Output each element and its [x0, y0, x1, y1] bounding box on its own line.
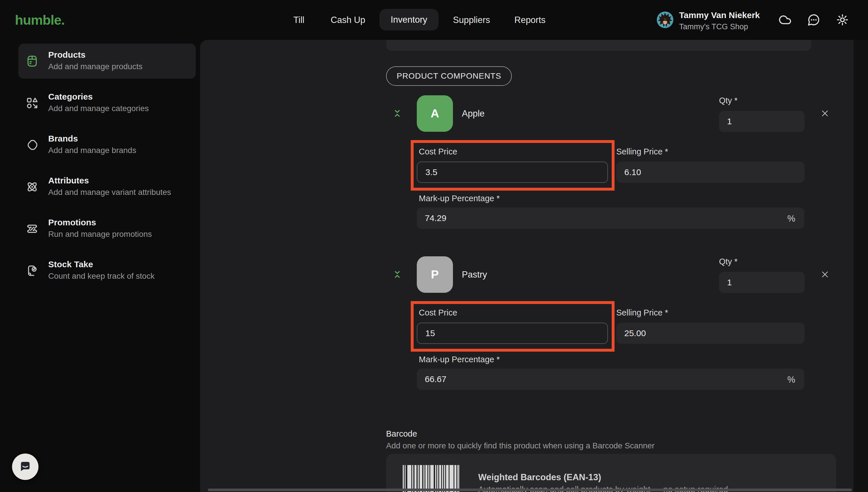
selling-price-label: Selling Price * — [616, 308, 668, 318]
percent-suffix: % — [787, 375, 795, 385]
nav-item-till[interactable]: Till — [293, 0, 304, 40]
sidebar-item-subtitle: Add and manage categories — [48, 104, 149, 113]
user-shop-name: Tammy's TCG Shop — [679, 22, 748, 31]
user-name: Tammy Van Niekerk — [679, 10, 760, 20]
sidebar-item-categories[interactable]: Categories Add and manage categories — [18, 85, 196, 121]
discount-ticket-icon — [26, 222, 39, 236]
sidebar-item-title: Promotions — [48, 218, 96, 227]
markup-percentage-label: Mark-up Percentage * — [419, 194, 500, 203]
barcode-section-label: Barcode — [386, 429, 417, 439]
cost-price-input[interactable] — [417, 323, 608, 344]
sidebar-item-attributes[interactable]: Attributes Add and manage variant attrib… — [18, 169, 196, 204]
settings-gear-icon[interactable] — [836, 13, 849, 26]
package-icon — [26, 54, 39, 68]
sidebar-item-title: Brands — [48, 134, 78, 144]
messages-icon[interactable] — [807, 13, 820, 26]
sidebar-item-subtitle: Add and manage products — [48, 62, 142, 71]
sidebar-item-title: Categories — [48, 92, 93, 102]
markup-percentage-input[interactable] — [417, 207, 804, 229]
component-name: Apple — [462, 108, 485, 119]
scrolled-field-partial[interactable] — [386, 40, 811, 51]
sidebar-item-products[interactable]: Products Add and manage products — [18, 44, 196, 79]
nav-item-reports[interactable]: Reports — [514, 0, 546, 40]
sidebar-item-subtitle: Add and manage variant attributes — [48, 188, 171, 197]
percent-suffix: % — [787, 214, 795, 224]
nav-item-suppliers[interactable]: Suppliers — [453, 0, 490, 40]
qty-input[interactable] — [719, 272, 804, 293]
sidebar-item-subtitle: Count and keep track of stock — [48, 272, 154, 281]
cloud-sync-icon[interactable] — [778, 13, 792, 26]
qty-input[interactable] — [719, 111, 804, 132]
component-row-pastry: P Pastry Qty * Cost Price Selling Price … — [200, 256, 854, 391]
app-window: humble. Till Cash Up Inventory Suppliers… — [0, 0, 868, 492]
cost-price-input[interactable] — [417, 162, 608, 183]
nav-item-inventory-active[interactable]: Inventory — [379, 9, 439, 30]
stock-check-icon — [26, 264, 39, 277]
selling-price-input[interactable] — [616, 162, 804, 183]
markup-percentage-input[interactable] — [417, 369, 804, 390]
chevrons-down-up-icon[interactable] — [393, 270, 402, 279]
sidebar-item-title: Stock Take — [48, 260, 93, 269]
component-avatar: A — [417, 95, 453, 132]
weighted-barcodes-title: Weighted Barcodes (EAN-13) — [478, 472, 601, 483]
scroll-gutter — [854, 40, 868, 492]
product-components-heading: PRODUCT COMPONENTS — [386, 66, 512, 86]
markup-percentage-label: Mark-up Percentage * — [419, 355, 500, 364]
selling-price-input[interactable] — [616, 323, 804, 344]
support-chat-launcher[interactable] — [12, 453, 39, 480]
component-avatar: P — [417, 256, 453, 293]
humble-logo: humble. — [15, 0, 65, 40]
nav-item-cash-up[interactable]: Cash Up — [331, 0, 365, 40]
horizontal-scrollbar[interactable] — [208, 489, 852, 491]
weighted-barcodes-card[interactable]: Weighted Barcodes (EAN-13) Automatically… — [386, 454, 836, 492]
sidebar-item-subtitle: Add and manage brands — [48, 146, 137, 155]
sidebar-item-promotions[interactable]: Promotions Run and manage promotions — [18, 211, 196, 246]
sidebar-item-title: Products — [48, 50, 85, 60]
qty-label: Qty * — [719, 257, 737, 266]
atom-icon — [26, 180, 39, 194]
selling-price-label: Selling Price * — [616, 147, 668, 156]
sidebar-item-stock-take[interactable]: Stock Take Count and keep track of stock — [18, 253, 196, 288]
remove-component-icon[interactable] — [821, 109, 829, 118]
sidebar-item-subtitle: Run and manage promotions — [48, 230, 152, 239]
chevrons-down-up-icon[interactable] — [393, 109, 402, 118]
remove-component-icon[interactable] — [821, 270, 829, 279]
user-avatar[interactable] — [657, 11, 673, 28]
barcode-section-description: Add one or more to quickly find this pro… — [386, 441, 654, 450]
top-navigation-bar: humble. Till Cash Up Inventory Suppliers… — [0, 0, 868, 40]
main-content-panel: PRODUCT COMPONENTS A Apple Qty * Cost Pr… — [200, 40, 854, 492]
chat-bubble-icon — [18, 460, 32, 474]
qty-label: Qty * — [719, 96, 737, 105]
component-row-apple: A Apple Qty * Cost Price Selling Price *… — [200, 95, 854, 230]
sidebar-item-title: Attributes — [48, 176, 89, 186]
cost-price-label: Cost Price — [419, 308, 457, 318]
sidebar: Products Add and manage products Categor… — [0, 40, 200, 492]
shapes-icon — [26, 96, 39, 109]
barcode-image — [403, 465, 459, 492]
cost-price-label: Cost Price — [419, 147, 457, 156]
brand-blob-icon — [26, 138, 39, 152]
sidebar-item-brands[interactable]: Brands Add and manage brands — [18, 127, 196, 163]
component-name: Pastry — [462, 270, 487, 280]
